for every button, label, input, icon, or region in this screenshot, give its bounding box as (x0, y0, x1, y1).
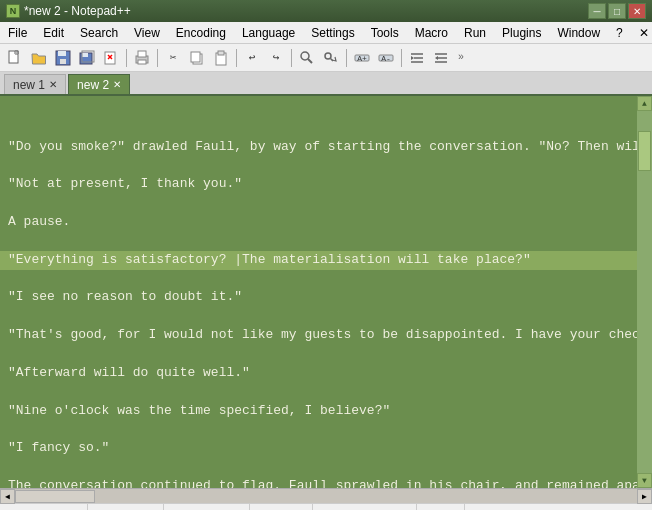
maximize-button[interactable]: □ (608, 3, 626, 19)
toolbar-overflow[interactable]: » (454, 52, 468, 63)
menu-file[interactable]: File (0, 22, 35, 43)
menu-macro[interactable]: Macro (407, 22, 456, 43)
scroll-down-arrow[interactable]: ▼ (637, 473, 652, 488)
status-encoding[interactable]: UTF-8 (417, 504, 465, 510)
menu-window[interactable]: Window (549, 22, 608, 43)
svg-rect-15 (191, 52, 200, 62)
paste-button[interactable] (210, 47, 232, 69)
editor-line: "I see no reason to doubt it." (8, 288, 629, 307)
scroll-thumb[interactable] (638, 131, 651, 171)
tab-new1[interactable]: new 1 ✕ (4, 74, 66, 94)
toolbar-sep-1 (126, 49, 127, 67)
new-button[interactable] (4, 47, 26, 69)
menu-plugins[interactable]: Plugins (494, 22, 549, 43)
close-doc-button[interactable] (100, 47, 122, 69)
toolbar-sep-5 (346, 49, 347, 67)
menu-run[interactable]: Run (456, 22, 494, 43)
horizontal-scrollbar[interactable]: ◀ ▶ (0, 488, 652, 503)
toolbar-sep-3 (236, 49, 237, 67)
toolbar-sep-6 (401, 49, 402, 67)
tab-new2-close[interactable]: ✕ (113, 79, 121, 90)
editor-area[interactable]: "Do you smoke?" drawled Faull, by way of… (0, 96, 637, 488)
window-controls: ─ □ ✕ (588, 3, 646, 19)
menu-close-btn[interactable]: ✕ (631, 24, 652, 42)
tab-new1-close[interactable]: ✕ (49, 79, 57, 90)
editor-line (8, 270, 629, 289)
status-length: length : 1,166 (4, 504, 88, 510)
menu-encoding[interactable]: Encoding (168, 22, 234, 43)
tab-new2-label: new 2 (77, 78, 109, 92)
open-button[interactable] (28, 47, 50, 69)
indent-button[interactable] (406, 47, 428, 69)
menu-search[interactable]: Search (72, 22, 126, 43)
editor-line (8, 458, 629, 477)
editor-line (8, 157, 629, 176)
copy-button[interactable] (186, 47, 208, 69)
hscroll-track[interactable] (15, 489, 637, 503)
svg-point-18 (301, 52, 309, 60)
status-ln-col: Ln : 7 Col : 30 (164, 504, 250, 510)
editor-line: "Afterward will do quite well." (8, 364, 629, 383)
editor-line (8, 194, 629, 213)
close-button[interactable]: ✕ (628, 3, 646, 19)
menu-view[interactable]: View (126, 22, 168, 43)
menu-edit[interactable]: Edit (35, 22, 72, 43)
redo-button[interactable]: ↪ (265, 47, 287, 69)
hscroll-left-arrow[interactable]: ◀ (0, 489, 15, 504)
save-all-button[interactable] (76, 47, 98, 69)
menu-bar: File Edit Search View Encoding Language … (0, 22, 652, 44)
svg-rect-6 (82, 53, 88, 57)
toolbar: ✂ ↩ ↪ A+ A- » (0, 44, 652, 72)
editor-container: "Do you smoke?" drawled Faull, by way of… (0, 96, 652, 488)
status-bar: length : 1,166 lines : 1,166 Ln : 7 Col … (0, 503, 652, 510)
menu-settings[interactable]: Settings (303, 22, 362, 43)
editor-line: "Nine o'clock was the time specified, I … (8, 402, 629, 421)
scroll-up-arrow[interactable]: ▲ (637, 96, 652, 111)
hscroll-right-arrow[interactable]: ▶ (637, 489, 652, 504)
editor-line: "Do you smoke?" drawled Faull, by way of… (8, 138, 629, 157)
status-line-ending[interactable]: Windows (CR LF) (313, 504, 417, 510)
tab-new2[interactable]: new 2 ✕ (68, 74, 130, 94)
svg-marker-33 (435, 56, 438, 60)
outdent-button[interactable] (430, 47, 452, 69)
svg-point-20 (325, 53, 331, 59)
zoom-in-button[interactable]: A+ (351, 47, 373, 69)
status-mode[interactable]: INS (614, 504, 648, 510)
svg-text:A+: A+ (357, 54, 367, 63)
svg-marker-29 (411, 56, 414, 60)
window-title: *new 2 - Notepad++ (24, 4, 131, 18)
editor-line (8, 345, 629, 364)
tab-bar: new 1 ✕ new 2 ✕ (0, 72, 652, 96)
editor-line: The conversation continued to flag. Faul… (8, 477, 629, 488)
editor-line: "I fancy so." (8, 439, 629, 458)
cut-button[interactable]: ✂ (162, 47, 184, 69)
zoom-out-button[interactable]: A- (375, 47, 397, 69)
editor-line: "Not at present, I thank you." (8, 175, 629, 194)
find-button[interactable] (296, 47, 318, 69)
editor-line (8, 307, 629, 326)
editor-line: "That's good, for I would not like my gu… (8, 326, 629, 345)
status-sel: Sel : 0 | 0 (250, 504, 313, 510)
menu-tools[interactable]: Tools (363, 22, 407, 43)
replace-button[interactable] (320, 47, 342, 69)
tab-new1-label: new 1 (13, 78, 45, 92)
menu-language[interactable]: Language (234, 22, 303, 43)
vertical-scrollbar[interactable]: ▲ ▼ (637, 96, 652, 488)
status-lines: lines : 1,166 (88, 504, 164, 510)
editor-line (8, 232, 629, 251)
svg-rect-3 (58, 51, 66, 56)
print-button[interactable] (131, 47, 153, 69)
toolbar-sep-4 (291, 49, 292, 67)
toolbar-sep-2 (157, 49, 158, 67)
title-bar: N *new 2 - Notepad++ ─ □ ✕ (0, 0, 652, 22)
hscroll-thumb[interactable] (15, 490, 95, 503)
app-icon: N (6, 4, 20, 18)
svg-rect-13 (138, 60, 146, 64)
save-button[interactable] (52, 47, 74, 69)
undo-button[interactable]: ↩ (241, 47, 263, 69)
svg-line-19 (308, 59, 312, 63)
menu-help[interactable]: ? (608, 22, 631, 43)
editor-line (8, 420, 629, 439)
minimize-button[interactable]: ─ (588, 3, 606, 19)
svg-text:A-: A- (381, 54, 391, 63)
